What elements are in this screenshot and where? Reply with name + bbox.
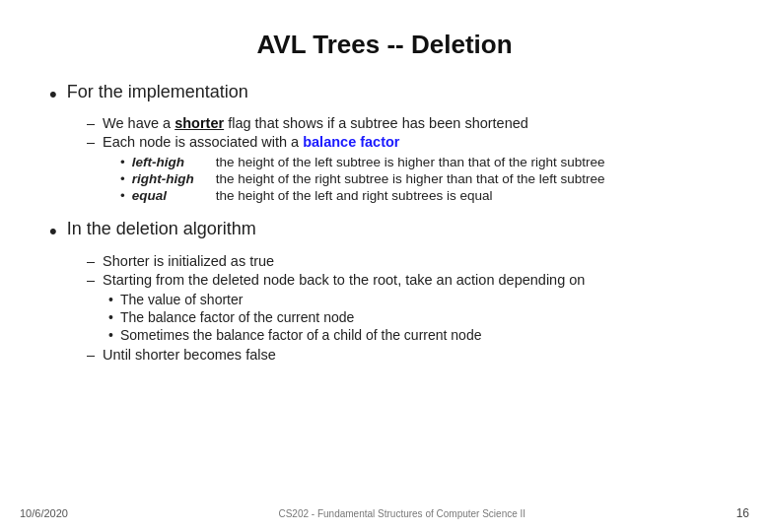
shorter-highlight: shorter — [175, 115, 224, 131]
bullet-dot-2: • — [49, 219, 57, 244]
sub2-item-3: Sometimes the balance factor of a child … — [108, 327, 720, 343]
bf-term-1: left-high — [132, 155, 216, 169]
sub2-item-2: The balance factor of the current node — [108, 309, 720, 325]
bf-row-3: equal the height of the left and right s… — [120, 188, 720, 203]
slide-title: AVL Trees -- Deletion — [49, 30, 720, 60]
section2-sub3-text: Until shorter becomes false — [103, 347, 276, 363]
section-deletion: • In the deletion algorithm Shorter is i… — [49, 219, 720, 362]
section2-sub1: Shorter is initialized as true — [87, 253, 720, 269]
balance-factor-highlight: balance factor — [303, 134, 399, 150]
bf-row-1: left-high the height of the left subtree… — [120, 155, 720, 169]
section1-sub2-text: Each node is associated with a balance f… — [103, 134, 399, 150]
section1-heading: For the implementation — [67, 82, 248, 102]
section1-sub1-text: We have a shorter flag that shows if a s… — [103, 115, 528, 131]
section1-sub2: Each node is associated with a balance f… — [87, 134, 720, 150]
slide: AVL Trees -- Deletion • For the implemen… — [0, 0, 769, 532]
section2-sublist: Shorter is initialized as true Starting … — [87, 253, 720, 288]
section2-sub2: Starting from the deleted node back to t… — [87, 272, 720, 288]
section2-heading: In the deletion algorithm — [67, 219, 256, 239]
section2-sub1-text: Shorter is initialized as true — [103, 253, 274, 269]
main-bullet-2: • In the deletion algorithm — [49, 219, 720, 244]
footer-date: 10/6/2020 — [20, 507, 68, 519]
section1-sub1: We have a shorter flag that shows if a s… — [87, 115, 720, 131]
bf-term-2: right-high — [132, 171, 216, 186]
bf-desc-3: the height of the left and right subtree… — [216, 188, 493, 203]
sub2-item-1: The value of shorter — [108, 292, 720, 307]
bf-term-3: equal — [132, 188, 216, 203]
footer-course: CS202 - Fundamental Structures of Comput… — [278, 508, 525, 519]
bf-row-2: right-high the height of the right subtr… — [120, 171, 720, 186]
section1-sublist: We have a shorter flag that shows if a s… — [87, 115, 720, 150]
section-implementation: • For the implementation We have a short… — [49, 82, 720, 203]
bf-desc-2: the height of the right subtree is highe… — [216, 171, 605, 186]
section2-sub3-list: Until shorter becomes false — [87, 347, 720, 363]
main-bullet-1: • For the implementation — [49, 82, 720, 107]
bf-desc-1: the height of the left subtree is higher… — [216, 155, 605, 169]
bullet-dot-1: • — [49, 82, 57, 107]
footer-page: 16 — [736, 506, 749, 520]
section2-sub2-text: Starting from the deleted node back to t… — [103, 272, 585, 288]
balance-factor-table: left-high the height of the left subtree… — [120, 155, 720, 203]
footer: 10/6/2020 CS202 - Fundamental Structures… — [0, 506, 769, 520]
section2-sub3: Until shorter becomes false — [87, 347, 720, 363]
section2-sub2-items: The value of shorter The balance factor … — [108, 292, 720, 343]
